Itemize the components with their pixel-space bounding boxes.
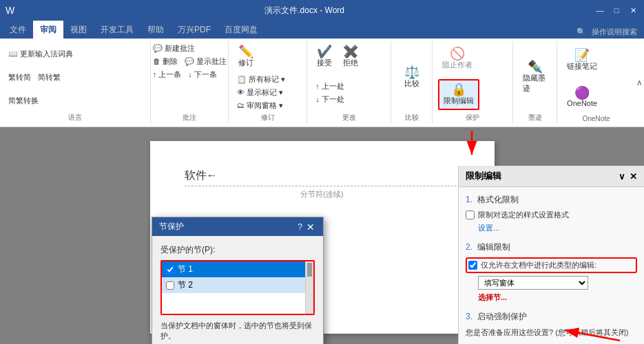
group-label-protect: 保护 <box>466 111 479 122</box>
restrict-desc: 您是否准备应用这些设置? (您可以稍后将其关闭) <box>466 327 637 338</box>
content-area: 软件← 分节符(连续) 限制编辑 ∨ ✕ 1. 格式化限制 <box>0 127 644 344</box>
block-authors-icon: 🚫 <box>450 47 465 60</box>
tab-file[interactable]: 文件 <box>3 21 33 39</box>
restrict-section-2-title: 2. 编辑限制 <box>466 241 637 253</box>
restrict-edit-dropdown[interactable]: 填写窗体 批注 修订 不允许任何更改(只读) <box>478 276 588 290</box>
group-label-comments: 批注 <box>183 111 196 122</box>
restrict-section-2: 2. 编辑限制 仅允许在文档中进行此类型的编辑: 填写窗体 批注 修订 不允许任… <box>466 241 637 303</box>
btn-prev-comment[interactable]: ↑ 上一条 <box>150 69 185 80</box>
ribbon-collapse[interactable]: ∧ <box>635 41 644 124</box>
accept-icon: ✔️ <box>317 45 332 58</box>
main-window: W 演示文件.docx - Word — □ ✕ 文件 审阅 视图 开发工具 帮… <box>0 0 644 344</box>
btn-review-pane[interactable]: 🗂 审阅窗格 ▾ <box>234 100 288 111</box>
btn-compare[interactable]: ⚖️ 比较 <box>400 63 424 92</box>
tab-baidu[interactable]: 百度网盘 <box>218 21 264 39</box>
ribbon-group-compare: ⚖️ 比较 比较 <box>391 41 433 124</box>
close-button[interactable]: ✕ <box>627 5 638 16</box>
btn-restrict-editing[interactable]: 🔒 限制编辑 <box>438 79 479 110</box>
restrict-edit-row: 仅允许在文档中进行此类型的编辑: <box>466 257 637 273</box>
dialog-item-section2[interactable]: 节 2 <box>162 277 313 293</box>
btn-link-notes[interactable]: 📝 链接笔记 <box>563 46 601 74</box>
search-icon: 🔍 <box>577 28 586 36</box>
ribbon-group-comments: 💬 新建批注 🗑 删除 💬 显示批注 ↑ 上一条 ↓ 下一条 批注 <box>151 41 229 124</box>
btn-block-authors[interactable]: 🚫 阻止作者 <box>438 45 477 73</box>
tab-wanxing[interactable]: 万兴PDF <box>171 21 218 39</box>
btn-jianjian[interactable]: 简转繁 <box>35 72 63 83</box>
tab-developer[interactable]: 开发工具 <box>94 21 141 39</box>
restrict-dropdown-row: 填写窗体 批注 修订 不允许任何更改(只读) <box>478 276 637 290</box>
btn-update-ime[interactable]: 📖 更新输入法词典 <box>6 48 145 60</box>
ribbon-group-onenote: 📝 链接笔记 🟣 OneNote OneNote <box>557 41 635 124</box>
compare-icon: ⚖️ <box>404 66 419 78</box>
restrict-format-row: 限制对选定的样式设置格式 <box>466 210 637 220</box>
dialog-title: 节保护 <box>159 221 184 233</box>
tab-help[interactable]: 帮助 <box>141 21 171 39</box>
dialog-item-section1-label: 节 1 <box>178 264 193 275</box>
section-marker: 分节符(连续) <box>185 186 460 202</box>
dialog-titlebar: 节保护 ? ✕ <box>152 217 323 236</box>
restrict-panel-header: 限制编辑 ∨ ✕ <box>459 166 644 187</box>
title-bar: W 演示文件.docx - Word — □ ✕ <box>0 0 644 21</box>
btn-delete-comment[interactable]: 🗑 删除 <box>150 56 180 67</box>
dialog-item-section1[interactable]: 节 1 <box>162 261 313 277</box>
search-label: 操作说明搜索 <box>592 27 637 37</box>
btn-show-comment[interactable]: 💬 显示批注 <box>182 56 229 67</box>
tab-view[interactable]: 视图 <box>63 21 94 39</box>
group-label-language: 语言 <box>68 111 82 122</box>
maximize-button[interactable]: □ <box>611 5 622 16</box>
btn-convert[interactable]: 简繁转换 <box>6 95 145 107</box>
group-label-onenote: OneNote <box>583 114 610 122</box>
dialog-list-label: 受保护的节(P): <box>160 244 315 256</box>
restrict-format-link[interactable]: 设置... <box>478 223 637 233</box>
restrict-select-section-link[interactable]: 选择节... <box>478 292 637 303</box>
restrict-panel-body: 1. 格式化限制 限制对选定的样式设置格式 设置... 2. 编辑限制 <box>459 187 644 344</box>
reject-icon: ✖️ <box>343 45 358 58</box>
group-label-ink: 墨迹 <box>528 111 542 122</box>
restrict-panel-close[interactable]: ✕ <box>630 171 637 182</box>
track-changes-icon: ✏️ <box>238 45 253 58</box>
group-label-tracking: 修订 <box>261 111 275 122</box>
restrict-edit-label: 仅允许在文档中进行此类型的编辑: <box>481 260 596 270</box>
ribbon-group-ink: ✒️ 隐藏墨迹 墨迹 <box>513 41 557 124</box>
restrict-section-1: 1. 格式化限制 限制对选定的样式设置格式 设置... <box>466 194 637 233</box>
restrict-panel: 限制编辑 ∨ ✕ 1. 格式化限制 限制对选定的样式设置格式 <box>458 166 644 344</box>
group-label-compare: 比较 <box>405 111 419 122</box>
document-text: 软件← <box>185 169 460 183</box>
dialog-close-button[interactable]: ✕ <box>305 222 316 232</box>
btn-fanjian[interactable]: 繁转简 <box>6 72 34 83</box>
restrict-panel-collapse[interactable]: ∨ <box>619 171 625 182</box>
btn-prev-change[interactable]: ↑ 上一处 <box>313 80 347 92</box>
restrict-section-1-title: 1. 格式化限制 <box>466 194 637 206</box>
ribbon-group-accept-reject: ✔️ 接受 ✖️ 拒绝 ↑ 上一处 ↓ 下一处 更改 <box>307 41 391 124</box>
dialog-item-section1-checkbox[interactable] <box>166 266 174 274</box>
dialog-scrollbar[interactable] <box>305 261 313 314</box>
restrict-format-checkbox[interactable] <box>466 211 475 219</box>
dialog-item-section2-label: 节 2 <box>178 279 193 291</box>
restrict-format-label: 限制对选定的样式设置格式 <box>478 210 569 220</box>
restrict-icon: 🔒 <box>451 83 466 96</box>
hide-ink-icon: ✒️ <box>528 61 543 73</box>
btn-hide-ink[interactable]: ✒️ 隐藏墨迹 <box>519 58 551 96</box>
btn-track-changes[interactable]: ✏️ 修订 <box>234 43 258 71</box>
dialog-listbox: 节 1 节 2 <box>160 260 315 315</box>
dialog-item-section2-checkbox[interactable] <box>166 281 174 290</box>
dialog-description: 当保护文档中的窗体时，选中的节也将受到保护。 <box>160 321 315 342</box>
btn-next-comment[interactable]: ↓ 下一条 <box>185 69 220 80</box>
btn-reject[interactable]: ✖️ 拒绝 <box>339 43 362 71</box>
dialog-body: 受保护的节(P): 节 1 节 2 当保护文档中的窗体时，选中的节也将受到保护。 <box>152 236 323 344</box>
btn-accept[interactable]: ✔️ 接受 <box>313 43 336 71</box>
btn-all-markup[interactable]: 📋 所有标记 ▾ <box>234 74 288 85</box>
tab-review[interactable]: 审阅 <box>33 21 63 39</box>
restrict-section-3: 3. 启动强制保护 您是否准备应用这些设置? (您可以稍后将其关闭) 是，启动强… <box>466 311 637 344</box>
btn-next-change[interactable]: ↓ 下一处 <box>313 94 347 105</box>
onenote-icon: 🟣 <box>574 87 590 99</box>
btn-show-markup[interactable]: 👁 显示标记 ▾ <box>234 87 288 98</box>
minimize-button[interactable]: — <box>594 5 605 16</box>
dialog-help-icon[interactable]: ? <box>298 222 302 232</box>
btn-onenote[interactable]: 🟣 OneNote <box>563 84 601 110</box>
restrict-edit-checkbox[interactable] <box>468 261 477 270</box>
restrict-section-3-title: 3. 启动强制保护 <box>466 311 637 323</box>
btn-new-comment[interactable]: 💬 新建批注 <box>150 43 198 54</box>
ribbon-group-language: 📖 更新输入法词典 繁转简 简转繁 简繁转换 语言 <box>0 41 151 124</box>
restrict-panel-title: 限制编辑 <box>466 170 501 182</box>
